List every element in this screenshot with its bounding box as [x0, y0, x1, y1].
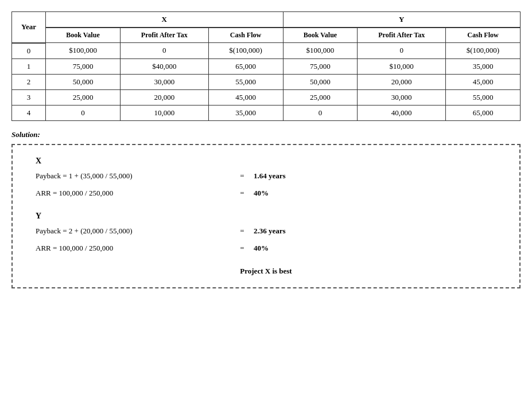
cell-y-pat: 40,000 [358, 105, 446, 120]
cell-y-pat: 20,000 [358, 74, 446, 89]
solution-x-payback-result: 1.64 years [254, 171, 286, 181]
cell-y-bv: 0 [283, 105, 358, 120]
cell-x-pat: 10,000 [121, 105, 209, 120]
header-x-cash-flow: Cash Flow [208, 28, 283, 43]
table-row: 175,000$40,00065,00075,000$10,00035,000 [12, 58, 521, 74]
header-y-book-value: Book Value [283, 28, 358, 43]
solution-x-section: X Payback = 1 + (35,000 / 55,000) = 1.64… [36, 157, 496, 198]
cell-x-bv: 50,000 [46, 74, 121, 89]
cell-x-cf: 45,000 [208, 89, 283, 105]
solution-x-arr-eq: = [231, 189, 254, 198]
table-row: 250,00030,00055,00050,00020,00045,000 [12, 74, 521, 89]
group-header-x: X [46, 12, 283, 28]
table-body: 0$100,0000$(100,000)$100,0000$(100,000)1… [12, 43, 521, 121]
cell-year: 1 [12, 58, 46, 74]
solution-label: Solution: [11, 130, 521, 139]
cell-y-cf: 65,000 [446, 105, 521, 120]
solution-footer: Project X is best [36, 267, 496, 276]
table-row: 0$100,0000$(100,000)$100,0000$(100,000) [12, 43, 521, 59]
header-x-profit-after-tax: Profit After Tax [121, 28, 209, 43]
solution-box: X Payback = 1 + (35,000 / 55,000) = 1.64… [11, 144, 521, 288]
cell-x-bv: 0 [46, 105, 121, 120]
cell-x-bv: 25,000 [46, 89, 121, 105]
solution-y-arr-eq: = [231, 244, 254, 253]
cell-y-bv: 75,000 [283, 58, 358, 74]
cell-x-bv: $100,000 [46, 43, 121, 59]
header-x-book-value: Book Value [46, 28, 121, 43]
solution-y-payback-result: 2.36 years [254, 226, 286, 236]
solution-y-section: Y Payback = 2 + (20,000 / 55,000) = 2.36… [36, 212, 496, 253]
solution-x-payback-row: Payback = 1 + (35,000 / 55,000) = 1.64 y… [36, 171, 496, 181]
solution-x-arr-row: ARR = 100,000 / 250,000 = 40% [36, 189, 496, 198]
solution-y-payback-formula: Payback = 2 + (20,000 / 55,000) [36, 226, 231, 236]
cell-y-pat: 30,000 [358, 89, 446, 105]
cell-y-pat: 0 [358, 43, 446, 59]
cell-year: 0 [12, 43, 46, 59]
solution-x-payback-formula: Payback = 1 + (35,000 / 55,000) [36, 171, 231, 181]
cell-x-pat: 0 [121, 43, 209, 59]
group-header-y: Y [283, 12, 521, 28]
solution-x-arr-result: 40% [254, 189, 269, 198]
cell-x-pat: 30,000 [121, 74, 209, 89]
solution-y-payback-eq: = [231, 226, 254, 236]
cell-y-cf: 45,000 [446, 74, 521, 89]
solution-x-arr-formula: ARR = 100,000 / 250,000 [36, 189, 231, 198]
header-year: Year [12, 12, 46, 43]
cell-y-cf: 35,000 [446, 58, 521, 74]
solution-x-title: X [36, 157, 496, 166]
cell-year: 4 [12, 105, 46, 120]
table-row: 4010,00035,000040,00065,000 [12, 105, 521, 120]
cell-year: 3 [12, 89, 46, 105]
main-table: Year X Y Book Value Profit After Tax Cas… [11, 11, 521, 121]
header-y-profit-after-tax: Profit After Tax [358, 28, 446, 43]
cell-x-pat: 20,000 [121, 89, 209, 105]
cell-x-cf: 55,000 [208, 74, 283, 89]
cell-x-bv: 75,000 [46, 58, 121, 74]
solution-y-title: Y [36, 212, 496, 221]
solution-y-arr-result: 40% [254, 244, 269, 253]
cell-y-bv: 25,000 [283, 89, 358, 105]
cell-y-cf: $(100,000) [446, 43, 521, 59]
solution-y-payback-row: Payback = 2 + (20,000 / 55,000) = 2.36 y… [36, 226, 496, 236]
table-row: 325,00020,00045,00025,00030,00055,000 [12, 89, 521, 105]
cell-year: 2 [12, 74, 46, 89]
solution-y-arr-formula: ARR = 100,000 / 250,000 [36, 244, 231, 253]
cell-y-cf: 55,000 [446, 89, 521, 105]
cell-x-cf: 35,000 [208, 105, 283, 120]
cell-x-pat: $40,000 [121, 58, 209, 74]
cell-y-pat: $10,000 [358, 58, 446, 74]
solution-x-payback-eq: = [231, 171, 254, 181]
cell-y-bv: 50,000 [283, 74, 358, 89]
solution-y-arr-row: ARR = 100,000 / 250,000 = 40% [36, 244, 496, 253]
cell-x-cf: 65,000 [208, 58, 283, 74]
cell-y-bv: $100,000 [283, 43, 358, 59]
cell-x-cf: $(100,000) [208, 43, 283, 59]
header-y-cash-flow: Cash Flow [446, 28, 521, 43]
